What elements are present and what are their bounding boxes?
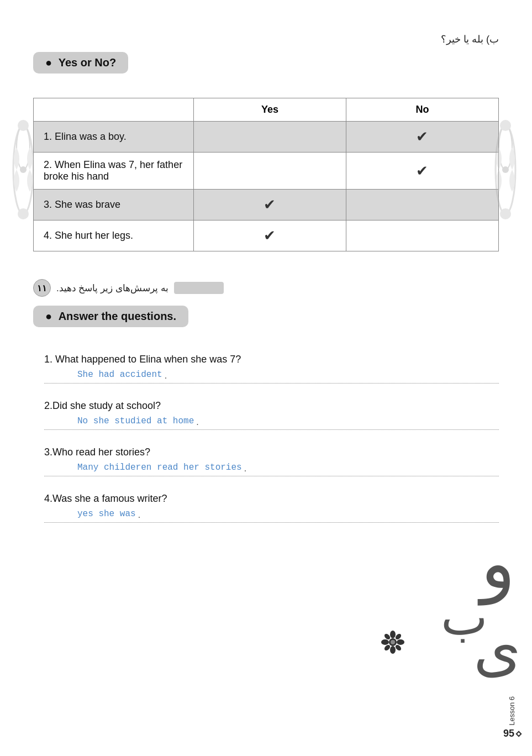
question-item: 4.Was she a famous writer?yes she was. <box>44 493 499 523</box>
row-yes-cell: ✔ <box>193 221 346 251</box>
row-no-cell: ✔ <box>346 122 498 153</box>
question-text: 3.Who read her stories? <box>44 447 499 458</box>
answer-line: No she studied at home. <box>44 416 499 430</box>
section-gray-bar <box>174 282 224 294</box>
svg-point-18 <box>383 644 391 652</box>
table-row: 3. She was brave✔ <box>34 190 499 221</box>
svg-point-11 <box>391 640 395 644</box>
svg-point-8 <box>500 208 511 219</box>
answer-line: Many childeren read her stories. <box>44 463 499 476</box>
deco-arabic-2: ب <box>441 595 488 640</box>
col-yes: Yes <box>193 98 346 122</box>
question-item: 1. What happened to Elina when she was 7… <box>44 354 499 384</box>
page-number: 95 <box>503 728 521 739</box>
section-arabic-text: به پرسش‌های زیر پاسخ دهید. <box>56 282 168 294</box>
answer-line: yes she was. <box>44 509 499 523</box>
yes-no-header: ● Yes or No? <box>33 52 128 74</box>
answer-line: She had accident. <box>44 370 499 384</box>
row-yes-cell: ✔ <box>193 190 346 221</box>
question-text: 1. What happened to Elina when she was 7… <box>44 354 499 365</box>
question-item: 3.Who read her stories?Many childeren re… <box>44 447 499 476</box>
svg-point-14 <box>381 639 389 645</box>
deco-arabic-3: ی <box>473 613 521 684</box>
lesson-label: Lesson 6 <box>508 696 516 726</box>
answer-dot: . <box>196 417 198 427</box>
row-yes-cell <box>193 122 346 153</box>
answer-dot: . <box>165 371 167 381</box>
svg-point-9 <box>502 166 509 173</box>
svg-point-19 <box>394 644 402 652</box>
deco-arabic-1: و <box>481 531 515 596</box>
flower-icon <box>381 630 405 659</box>
svg-point-4 <box>20 166 27 173</box>
row-no-cell <box>346 221 498 251</box>
svg-point-16 <box>383 633 391 641</box>
answer-dot: . <box>244 464 246 474</box>
answer-questions-header: ● Answer the questions. <box>33 306 188 327</box>
table-row: 4. She hurt her legs.✔ <box>34 221 499 251</box>
svg-point-2 <box>18 120 29 131</box>
yes-no-bullet: ● <box>45 56 52 69</box>
yes-no-label: Yes or No? <box>59 56 116 69</box>
table-row: 1. Elina was a boy.✔ <box>34 122 499 153</box>
question-text: 4.Was she a famous writer? <box>44 493 499 505</box>
row-text: 2. When Elina was 7, her father broke hi… <box>34 153 194 190</box>
page-number-area: Lesson 6 95 <box>503 696 521 739</box>
answer-text: She had accident <box>44 370 162 381</box>
arabic-top-label: ب) بله یا خیر؟ <box>33 33 499 45</box>
row-no-cell <box>346 190 498 221</box>
row-yes-cell <box>193 153 346 190</box>
ornament-right <box>488 114 526 236</box>
answer-dot: . <box>138 510 140 520</box>
yes-no-table: Yes No 1. Elina was a boy.✔2. When Elina… <box>33 98 499 251</box>
svg-point-7 <box>500 120 511 131</box>
table-row: 2. When Elina was 7, her father broke hi… <box>34 153 499 190</box>
col-no: No <box>346 98 498 122</box>
svg-point-12 <box>390 631 396 638</box>
svg-point-17 <box>394 633 402 641</box>
section-number-box: ۱۱ <box>33 279 51 297</box>
question-text: 2.Did she study at school? <box>44 400 499 412</box>
answer-text: No she studied at home <box>44 416 194 427</box>
svg-point-13 <box>390 646 396 654</box>
aq-bullet: ● <box>45 310 52 322</box>
page: ب) بله یا خیر؟ ● Yes or No? <box>0 0 532 756</box>
svg-point-15 <box>397 639 404 645</box>
row-text: 1. Elina was a boy. <box>34 122 194 153</box>
questions-section: 1. What happened to Elina when she was 7… <box>33 354 499 523</box>
section-11-row: به پرسش‌های زیر پاسخ دهید. ۱۱ <box>33 279 499 297</box>
svg-point-3 <box>18 208 29 219</box>
row-text: 3. She was brave <box>34 190 194 221</box>
row-text: 4. She hurt her legs. <box>34 221 194 251</box>
ornament-left <box>6 114 44 236</box>
diamond-icon <box>515 731 522 737</box>
aq-label: Answer the questions. <box>59 310 176 322</box>
answer-text: yes she was <box>44 509 136 520</box>
question-item: 2.Did she study at school?No she studied… <box>44 400 499 430</box>
answer-text: Many childeren read her stories <box>44 463 242 474</box>
yes-no-table-wrapper: Yes No 1. Elina was a boy.✔2. When Elina… <box>33 98 499 251</box>
row-no-cell: ✔ <box>346 153 498 190</box>
